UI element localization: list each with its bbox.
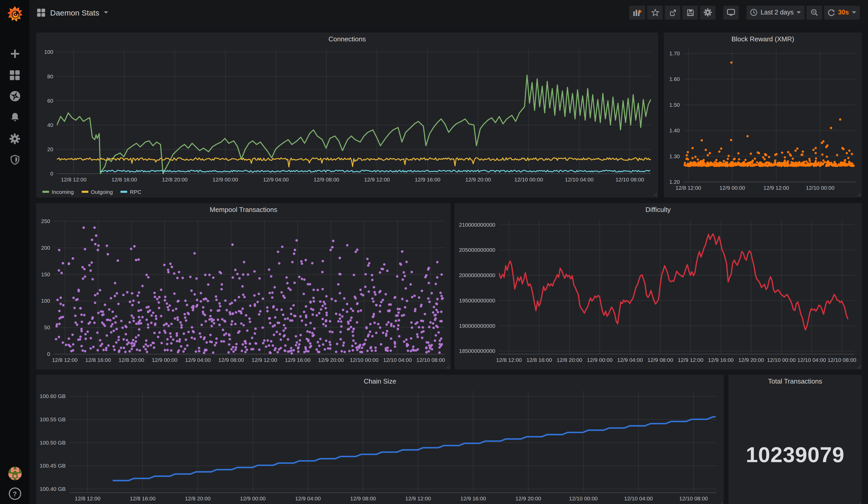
svg-text:12/10 08:00: 12/10 08:00 bbox=[416, 357, 445, 363]
time-range-label: Last 2 days bbox=[761, 9, 794, 16]
svg-text:12/9 12:00: 12/9 12:00 bbox=[405, 495, 431, 501]
mempool-chart[interactable]: 12/8 12:0012/8 16:0012/8 20:0012/9 00:00… bbox=[36, 216, 451, 370]
save-button[interactable] bbox=[682, 6, 698, 19]
panel-title[interactable]: Chain Size bbox=[36, 375, 724, 388]
svg-text:210000000000: 210000000000 bbox=[459, 222, 495, 228]
svg-text:12/9 00:00: 12/9 00:00 bbox=[152, 357, 177, 363]
panel-title[interactable]: Total Transactions bbox=[728, 375, 862, 388]
svg-text:205000000000: 205000000000 bbox=[459, 247, 495, 253]
panel-title[interactable]: Mempool Transactions bbox=[36, 203, 451, 216]
svg-text:12/9 20:00: 12/9 20:00 bbox=[318, 357, 344, 363]
svg-text:12/9 08:00: 12/9 08:00 bbox=[648, 357, 673, 363]
svg-text:12/9 04:00: 12/9 04:00 bbox=[263, 176, 289, 183]
legend-swatch bbox=[121, 191, 127, 193]
svg-text:50: 50 bbox=[44, 325, 50, 330]
svg-text:12/9 08:00: 12/9 08:00 bbox=[350, 495, 376, 501]
sidebar: ? bbox=[0, 0, 30, 504]
title-caret-icon[interactable] bbox=[104, 11, 108, 13]
svg-text:12/8 12:00: 12/8 12:00 bbox=[75, 495, 100, 501]
chain-size-chart[interactable]: 12/8 12:0012/8 16:0012/8 20:0012/9 00:00… bbox=[36, 388, 724, 504]
svg-text:12/9 04:00: 12/9 04:00 bbox=[185, 357, 211, 363]
svg-text:1.40: 1.40 bbox=[669, 127, 680, 133]
svg-text:12/8 20:00: 12/8 20:00 bbox=[557, 357, 582, 363]
svg-text:12/10 08:00: 12/10 08:00 bbox=[828, 357, 856, 363]
legend-item-incoming[interactable]: Incoming bbox=[42, 189, 74, 195]
svg-text:12/9 04:00: 12/9 04:00 bbox=[295, 495, 321, 501]
legend-item-rpc[interactable]: RPC bbox=[121, 189, 141, 195]
svg-text:12/8 12:00: 12/8 12:00 bbox=[61, 176, 86, 183]
panel-block-reward: Block Reward (XMR) 12/8 12:0012/9 00:001… bbox=[664, 33, 862, 197]
svg-text:12/8 16:00: 12/8 16:00 bbox=[526, 357, 552, 363]
block-reward-chart[interactable]: 12/8 12:0012/9 00:0012/9 12:0012/10 00:0… bbox=[664, 45, 862, 197]
svg-text:40: 40 bbox=[47, 122, 53, 128]
legend-swatch bbox=[42, 191, 49, 193]
svg-text:12/9 16:00: 12/9 16:00 bbox=[285, 357, 310, 363]
svg-text:0: 0 bbox=[47, 351, 50, 357]
svg-text:12/10 00:00: 12/10 00:00 bbox=[514, 176, 543, 183]
panel-connections: Connections 12/8 12:0012/8 16:0012/8 20:… bbox=[36, 33, 658, 197]
svg-text:1.20: 1.20 bbox=[669, 179, 680, 185]
dashboard-title[interactable]: Daemon Stats bbox=[50, 8, 99, 17]
panel-title[interactable]: Difficulty bbox=[454, 203, 862, 216]
sidebar-menu bbox=[0, 48, 30, 166]
svg-text:12/10 04:00: 12/10 04:00 bbox=[383, 357, 412, 363]
svg-text:12/9 12:00: 12/9 12:00 bbox=[678, 357, 703, 363]
settings-gear-button[interactable] bbox=[700, 6, 715, 19]
dashboard-grid-icon[interactable] bbox=[37, 8, 45, 17]
alerting-bell-icon[interactable] bbox=[9, 111, 21, 124]
grafana-logo[interactable] bbox=[5, 4, 24, 24]
svg-text:100.50 GB: 100.50 GB bbox=[40, 440, 66, 445]
time-range-caret-icon bbox=[797, 11, 801, 13]
time-range-picker[interactable]: Last 2 days bbox=[746, 6, 804, 19]
panel-title[interactable]: Block Reward (XMR) bbox=[664, 33, 862, 45]
svg-text:195000000000: 195000000000 bbox=[459, 298, 495, 304]
help-question-icon[interactable]: ? bbox=[9, 487, 21, 500]
dashboards-grid-icon[interactable] bbox=[9, 69, 21, 81]
svg-text:60: 60 bbox=[47, 98, 53, 104]
svg-text:12/10 08:00: 12/10 08:00 bbox=[679, 495, 708, 501]
svg-text:100: 100 bbox=[44, 49, 53, 55]
panel-difficulty: Difficulty 12/8 12:0012/8 16:0012/8 20:0… bbox=[454, 203, 862, 370]
panel-title[interactable]: Connections bbox=[36, 33, 658, 45]
star-button[interactable] bbox=[647, 6, 663, 19]
svg-text:12/10 04:00: 12/10 04:00 bbox=[797, 357, 826, 363]
server-admin-shield-icon[interactable] bbox=[9, 154, 21, 166]
svg-text:12/8 12:00: 12/8 12:00 bbox=[52, 357, 78, 363]
svg-text:12/8 12:00: 12/8 12:00 bbox=[675, 185, 701, 191]
svg-text:12/9 16:00: 12/9 16:00 bbox=[461, 495, 486, 501]
connections-chart[interactable]: 12/8 12:0012/8 16:0012/8 20:0012/9 00:00… bbox=[36, 45, 658, 197]
svg-text:12/8 20:00: 12/8 20:00 bbox=[162, 176, 188, 183]
svg-text:12/10 00:00: 12/10 00:00 bbox=[767, 357, 796, 363]
add-panel-button[interactable] bbox=[629, 6, 645, 19]
svg-text:12/8 12:00: 12/8 12:00 bbox=[496, 357, 521, 363]
panel-mempool: Mempool Transactions 12/8 12:0012/8 16:0… bbox=[36, 203, 451, 370]
svg-text:12/8 16:00: 12/8 16:00 bbox=[130, 495, 155, 501]
navbar: Daemon Stats bbox=[30, 0, 868, 25]
total-transactions-body: 10239079 bbox=[728, 388, 862, 504]
configuration-gear-icon[interactable] bbox=[9, 132, 21, 145]
svg-text:12/9 12:00: 12/9 12:00 bbox=[364, 176, 390, 183]
svg-text:12/9 20:00: 12/9 20:00 bbox=[515, 495, 541, 501]
legend-item-outgoing[interactable]: Outgoing bbox=[81, 189, 113, 195]
cycle-view-monitor-button[interactable] bbox=[723, 6, 739, 19]
svg-text:1.70: 1.70 bbox=[669, 50, 680, 56]
svg-text:12/9 08:00: 12/9 08:00 bbox=[313, 176, 339, 183]
explore-compass-icon[interactable] bbox=[9, 90, 21, 102]
svg-text:12/8 16:00: 12/8 16:00 bbox=[111, 176, 137, 183]
difficulty-chart[interactable]: 12/8 12:0012/8 16:0012/8 20:0012/9 00:00… bbox=[454, 216, 862, 370]
svg-text:80: 80 bbox=[47, 73, 53, 79]
panel-total-transactions: Total Transactions 10239079 bbox=[728, 375, 862, 504]
total-transactions-value: 10239079 bbox=[728, 443, 862, 467]
svg-text:12/10 00:00: 12/10 00:00 bbox=[569, 495, 598, 501]
svg-text:12/8 16:00: 12/8 16:00 bbox=[85, 357, 111, 363]
svg-text:12/9 12:00: 12/9 12:00 bbox=[251, 357, 277, 363]
svg-text:12/9 00:00: 12/9 00:00 bbox=[719, 185, 745, 191]
refresh-icon bbox=[828, 9, 835, 16]
refresh-picker[interactable]: 30s bbox=[824, 6, 860, 19]
zoom-out-button[interactable] bbox=[806, 6, 822, 19]
user-avatar[interactable] bbox=[8, 467, 21, 480]
svg-text:100: 100 bbox=[41, 298, 50, 304]
create-plus-icon[interactable] bbox=[9, 48, 21, 60]
svg-text:12/9 12:00: 12/9 12:00 bbox=[763, 185, 789, 191]
share-button[interactable] bbox=[665, 6, 680, 19]
